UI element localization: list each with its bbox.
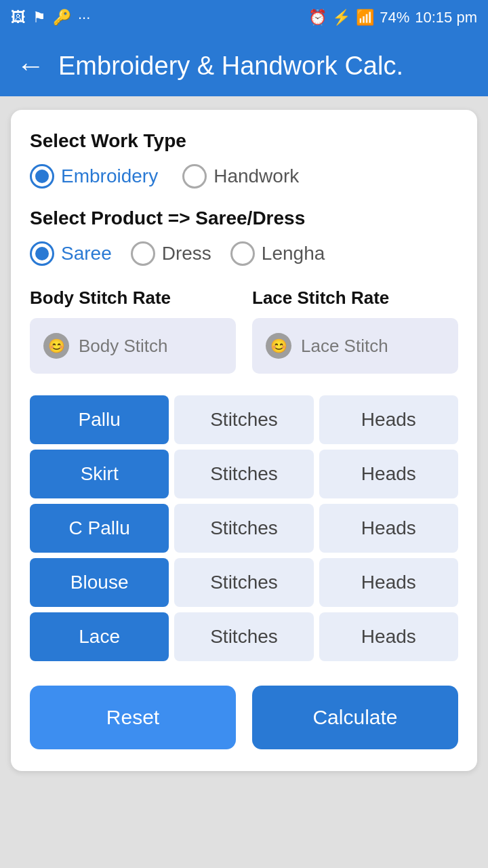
status-bar: 🖼 ⚑ 🔑 ··· ⏰ ⚡ 📶 74% 10:15 pm: [0, 0, 488, 35]
app-title: Embroidery & Handwork Calc.: [58, 52, 403, 81]
app-bar: ← Embroidery & Handwork Calc.: [0, 35, 488, 96]
row-stitches-3[interactable]: Stitches: [174, 558, 313, 607]
row-name-c-pallu[interactable]: C Pallu: [30, 504, 169, 553]
radio-saree[interactable]: Saree: [30, 241, 112, 266]
radio-saree-circle: [30, 241, 54, 266]
row-heads-2[interactable]: Heads: [319, 504, 458, 553]
table-row: BlouseStitchesHeads: [30, 558, 458, 607]
radio-handwork[interactable]: Handwork: [182, 164, 299, 189]
row-stitches-1[interactable]: Stitches: [174, 450, 313, 498]
table-row: SkirtStitchesHeads: [30, 450, 458, 498]
stitch-inputs-row: 😊 Body Stitch 😊 Lace Stitch: [30, 318, 458, 374]
back-button[interactable]: ←: [16, 50, 45, 82]
radio-lengha[interactable]: Lengha: [230, 241, 325, 266]
lace-rate-label: Lace Stitch Rate: [252, 288, 458, 309]
body-stitch-placeholder: Body Stitch: [79, 336, 168, 357]
reset-button[interactable]: Reset: [30, 686, 236, 749]
lace-stitch-icon: 😊: [266, 333, 291, 359]
row-stitches-4[interactable]: Stitches: [174, 612, 313, 661]
table-row: LaceStitchesHeads: [30, 612, 458, 661]
body-rate-label: Body Stitch Rate: [30, 288, 236, 309]
wifi-icon: 📶: [356, 9, 374, 26]
row-name-skirt[interactable]: Skirt: [30, 450, 169, 498]
table-row: PalluStitchesHeads: [30, 395, 458, 444]
flag-icon: ⚑: [33, 9, 46, 26]
main-card: Select Work Type Embroidery Handwork Sel…: [11, 110, 477, 771]
radio-dress-circle: [131, 241, 155, 266]
row-stitches-0[interactable]: Stitches: [174, 395, 313, 444]
img-icon: 🖼: [11, 9, 26, 26]
radio-embroidery-label: Embroidery: [61, 165, 158, 187]
radio-handwork-label: Handwork: [214, 165, 299, 187]
row-heads-1[interactable]: Heads: [319, 450, 458, 498]
row-name-pallu[interactable]: Pallu: [30, 395, 169, 444]
radio-embroidery[interactable]: Embroidery: [30, 164, 158, 189]
row-name-lace[interactable]: Lace: [30, 612, 169, 661]
dots-icon: ···: [78, 9, 90, 26]
radio-handwork-circle: [182, 164, 207, 189]
product-group: Saree Dress Lengha: [30, 241, 458, 266]
row-heads-4[interactable]: Heads: [319, 612, 458, 661]
radio-dress-label: Dress: [162, 243, 211, 264]
row-name-blouse[interactable]: Blouse: [30, 558, 169, 607]
row-heads-0[interactable]: Heads: [319, 395, 458, 444]
lace-stitch-placeholder: Lace Stitch: [301, 336, 388, 357]
rate-labels-row: Body Stitch Rate Lace Stitch Rate: [30, 288, 458, 309]
bluetooth-icon: ⚡: [332, 9, 350, 26]
radio-embroidery-circle: [30, 164, 54, 189]
key-icon: 🔑: [53, 9, 71, 26]
lace-stitch-input[interactable]: 😊 Lace Stitch: [252, 318, 458, 374]
battery-text: 74%: [380, 9, 409, 26]
stitch-table: PalluStitchesHeadsSkirtStitchesHeadsC Pa…: [30, 395, 458, 661]
body-stitch-icon: 😊: [43, 333, 69, 359]
work-type-group: Embroidery Handwork: [30, 164, 458, 189]
product-label: Select Product => Saree/Dress: [30, 208, 458, 229]
calculate-button[interactable]: Calculate: [252, 686, 458, 749]
radio-lengha-label: Lengha: [262, 243, 325, 264]
radio-lengha-circle: [230, 241, 255, 266]
status-bar-right: ⏰ ⚡ 📶 74% 10:15 pm: [308, 9, 477, 26]
table-row: C PalluStitchesHeads: [30, 504, 458, 553]
radio-dress[interactable]: Dress: [131, 241, 211, 266]
work-type-label: Select Work Type: [30, 130, 458, 152]
row-heads-3[interactable]: Heads: [319, 558, 458, 607]
alarm-icon: ⏰: [308, 9, 327, 26]
time-text: 10:15 pm: [415, 9, 477, 26]
body-stitch-input[interactable]: 😊 Body Stitch: [30, 318, 236, 374]
row-stitches-2[interactable]: Stitches: [174, 504, 313, 553]
radio-saree-label: Saree: [61, 243, 112, 264]
status-bar-left: 🖼 ⚑ 🔑 ···: [11, 9, 90, 26]
bottom-buttons: Reset Calculate: [30, 686, 458, 749]
